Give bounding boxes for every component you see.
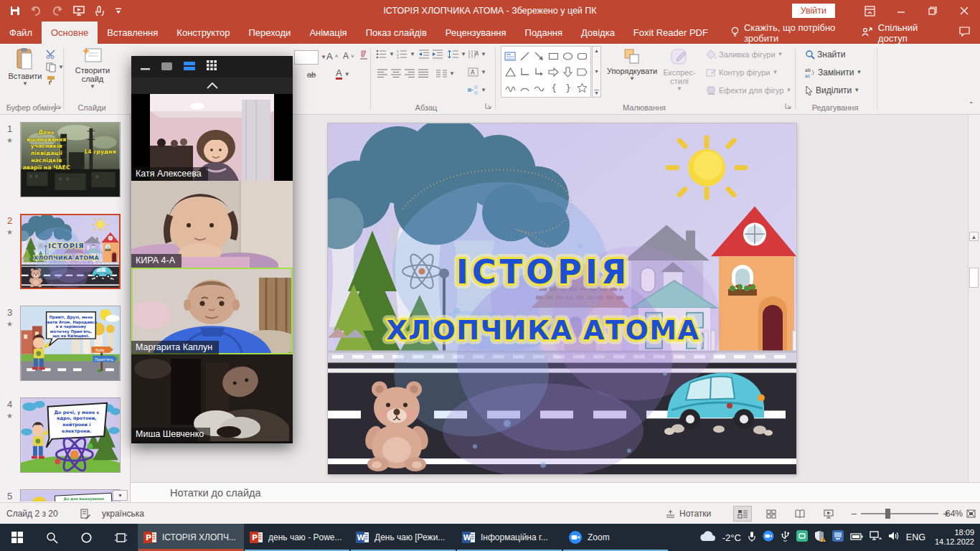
new-slide-button[interactable]: Створити слайд▼	[69, 47, 116, 89]
taskbar-app-word-2[interactable]: W Інформаційна г...	[456, 524, 562, 551]
notes-pane[interactable]: Нотатки до слайда	[131, 482, 980, 502]
zoom-meeting-panel[interactable]: Катя Алексеева КИРА 4-А	[131, 56, 293, 443]
quick-styles-button[interactable]: Експрес-стилі▼	[657, 48, 702, 91]
proofing-icon[interactable]	[80, 503, 91, 524]
minimize-button[interactable]	[885, 0, 917, 22]
fit-to-window-icon[interactable]	[966, 503, 976, 524]
tab-file[interactable]: Файл	[0, 22, 42, 44]
strikethrough-button[interactable]: ab	[307, 70, 316, 79]
start-button[interactable]	[0, 524, 34, 551]
zoom-percentage[interactable]: 64%	[946, 503, 963, 524]
select-button[interactable]: Виділити▼	[805, 85, 859, 95]
normal-view-button[interactable]	[733, 506, 752, 522]
tab-review[interactable]: Рецензування	[436, 22, 516, 44]
input-language-indicator[interactable]: ENG	[906, 532, 925, 542]
save-icon[interactable]	[10, 6, 20, 16]
participant-tile-3-active-speaker[interactable]: Маргарита Каплун	[131, 268, 293, 354]
zoom-speaker-view-icon[interactable]	[161, 60, 172, 73]
weather-cloud-icon[interactable]	[699, 530, 716, 545]
tab-design[interactable]: Конструктор	[167, 22, 239, 44]
usb-tray-icon[interactable]	[781, 531, 790, 545]
tab-slideshow[interactable]: Показ слайдів	[357, 22, 436, 44]
text-direction-button[interactable]: A▼	[468, 50, 486, 59]
line-spacing-button[interactable]: ▼	[448, 50, 466, 59]
taskbar-app-powerpoint-2[interactable]: P день чаю - Powe...	[244, 524, 350, 551]
slideshow-view-button[interactable]	[819, 506, 838, 522]
tell-me-box[interactable]: Скажіть, що потрібно зробити	[730, 22, 862, 44]
undo-icon[interactable]	[30, 6, 42, 16]
slide-sorter-view-button[interactable]	[762, 506, 781, 522]
shrink-font-button[interactable]: A˅	[343, 51, 354, 61]
slide-thumbnail-3[interactable]: Привіт, Друзі, мене звати Атом. Народивс…	[20, 306, 121, 381]
collapse-ribbon-icon[interactable]: ⌃	[969, 100, 974, 108]
task-view-icon[interactable]	[103, 524, 138, 551]
share-label[interactable]: Спільний доступ	[878, 22, 941, 44]
participant-tile-1[interactable]: Катя Алексеева	[131, 94, 293, 181]
zoom-tray-icon[interactable]	[763, 530, 774, 545]
battery-icon[interactable]	[850, 531, 863, 544]
green-app-tray-icon[interactable]	[796, 530, 808, 545]
find-button[interactable]: Знайти	[805, 50, 845, 60]
paste-button[interactable]: Вставити▼	[6, 47, 44, 86]
tab-foxit[interactable]: Foxit Reader PDF	[624, 22, 717, 44]
tab-view[interactable]: Подання	[516, 22, 573, 44]
shape-effects-button[interactable]: Ефекти для фігур▼	[706, 85, 791, 95]
restore-button[interactable]	[917, 0, 948, 22]
customize-qat-icon[interactable]	[115, 7, 122, 14]
paragraph-dialog-launcher[interactable]	[485, 103, 494, 111]
grow-font-button[interactable]: A˄	[326, 51, 338, 62]
align-center-button[interactable]	[391, 69, 401, 78]
decrease-indent-button[interactable]	[419, 50, 429, 59]
cut-button[interactable]	[46, 50, 57, 59]
taskbar-app-powerpoint-1[interactable]: P ІСТОРІЯ ХЛОПЧ...	[138, 524, 244, 551]
taskbar-app-word-1[interactable]: W День чаю [Режи...	[350, 524, 456, 551]
signin-button[interactable]: Увійти	[792, 4, 835, 18]
start-slideshow-icon[interactable]	[73, 6, 85, 16]
comments-icon[interactable]	[959, 27, 970, 39]
replace-button[interactable]: abacЗамінити▼	[805, 67, 862, 77]
slide-thumbnail-5[interactable]: До дня вшанування учасників ліквідації н…	[20, 489, 121, 501]
taskbar-search-icon[interactable]	[34, 524, 69, 551]
scroll-up-icon[interactable]: ▲	[969, 232, 979, 241]
cortana-icon[interactable]	[69, 524, 103, 551]
shape-fill-button[interactable]: Заливка фігури▼	[706, 50, 783, 60]
language-indicator[interactable]: українська	[102, 503, 144, 524]
microphone-icon[interactable]	[748, 531, 756, 545]
volume-icon[interactable]	[888, 531, 900, 544]
zoom-strip-view-icon[interactable]	[184, 60, 195, 73]
arrange-button[interactable]: Упорядкувати▼	[607, 48, 657, 81]
slide-thumbnail-4[interactable]: До речі, у мене є ядро, протони, нейтрон…	[20, 397, 121, 473]
slide-canvas[interactable]	[328, 123, 796, 474]
blue-app-tray-icon[interactable]	[832, 530, 844, 545]
font-color-button[interactable]: A▼	[336, 69, 350, 80]
clear-formatting-button[interactable]	[359, 50, 369, 60]
increase-indent-button[interactable]	[433, 50, 443, 59]
tab-home[interactable]: Основне	[42, 22, 98, 44]
taskbar-clock[interactable]: 18:09 14.12.2022	[932, 528, 974, 547]
numbering-button[interactable]: 123▼	[397, 50, 415, 59]
columns-button[interactable]: ▼	[436, 69, 455, 78]
slide-thumbnail-1[interactable]: День вшанування учасників ліквідації нас…	[20, 122, 121, 197]
zoom-collapse-chevron-icon[interactable]	[131, 77, 293, 94]
zoom-minimize-icon[interactable]	[141, 60, 150, 73]
align-right-button[interactable]	[405, 69, 415, 78]
tab-help[interactable]: Довідка	[572, 22, 624, 44]
participant-tile-2[interactable]: КИРА 4-А	[131, 181, 293, 268]
zoom-slider-thumb[interactable]	[885, 509, 890, 519]
align-left-button[interactable]	[377, 69, 387, 78]
font-size-box[interactable]: ▼	[294, 50, 326, 65]
shapes-gallery-scroll[interactable]: ▲▼▼	[592, 46, 601, 98]
zoom-gallery-view-icon[interactable]	[207, 60, 217, 73]
shapes-gallery[interactable]: { }	[501, 46, 591, 98]
format-painter-button[interactable]	[46, 75, 56, 85]
temperature-label[interactable]: -2°C	[722, 532, 741, 543]
taskbar-app-zoom[interactable]: Zoom	[562, 524, 669, 551]
justify-button[interactable]	[418, 69, 428, 78]
align-text-button[interactable]: A▼	[468, 67, 486, 77]
tab-animations[interactable]: Анімація	[300, 22, 356, 44]
convert-smartart-button[interactable]: ▼	[468, 85, 486, 95]
notes-toggle-button[interactable]: Нотатки	[666, 503, 711, 524]
vertical-scrollbar[interactable]: ▲ ▼	[968, 115, 980, 482]
copy-button[interactable]: ▼	[46, 62, 64, 72]
slide-thumbnail-2-selected[interactable]	[20, 214, 121, 289]
